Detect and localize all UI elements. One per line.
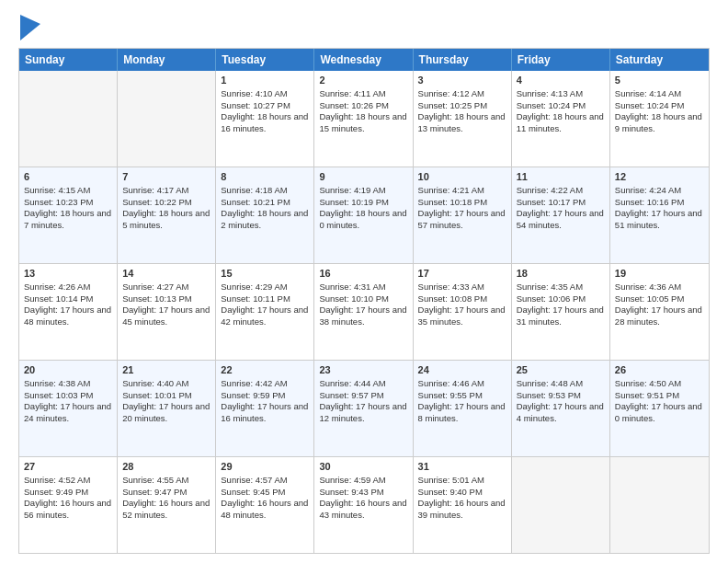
calendar-cell-empty (512, 457, 610, 553)
day-number: 24 (418, 363, 506, 377)
day-info: Sunset: 10:27 PM (221, 100, 309, 112)
calendar-row-4: 20Sunrise: 4:38 AMSunset: 10:03 PMDaylig… (19, 361, 709, 457)
day-info: Sunrise: 4:18 AM (221, 185, 309, 197)
day-info: Daylight: 17 hours and 38 minutes. (319, 304, 407, 328)
day-info: Sunset: 9:47 PM (122, 487, 210, 499)
day-number: 7 (122, 170, 210, 184)
calendar-cell-day-14: 14Sunrise: 4:27 AMSunset: 10:13 PMDaylig… (118, 264, 216, 360)
day-number: 12 (615, 170, 704, 184)
day-info: Sunset: 10:11 PM (221, 293, 309, 305)
header-day-sunday: Sunday (19, 49, 118, 71)
day-info: Sunset: 10:26 PM (319, 100, 407, 112)
day-info: Sunset: 9:49 PM (24, 487, 112, 499)
day-info: Daylight: 18 hours and 0 minutes. (319, 208, 407, 232)
day-info: Daylight: 17 hours and 8 minutes. (418, 401, 506, 425)
day-number: 27 (24, 460, 112, 474)
day-number: 19 (615, 267, 704, 281)
day-info: Daylight: 17 hours and 54 minutes. (517, 208, 605, 232)
day-info: Sunset: 10:23 PM (24, 197, 112, 209)
logo-icon (20, 15, 40, 40)
calendar-cell-day-28: 28Sunrise: 4:55 AMSunset: 9:47 PMDayligh… (118, 457, 216, 553)
calendar-cell-day-3: 3Sunrise: 4:12 AMSunset: 10:25 PMDayligh… (414, 71, 512, 167)
day-info: Sunrise: 4:14 AM (615, 88, 704, 100)
day-info: Sunset: 10:16 PM (615, 197, 704, 209)
day-info: Sunrise: 4:48 AM (517, 378, 605, 390)
day-number: 3 (418, 74, 506, 87)
svg-marker-0 (20, 15, 40, 40)
calendar-body: 1Sunrise: 4:10 AMSunset: 10:27 PMDayligh… (19, 71, 709, 553)
day-info: Sunset: 9:45 PM (221, 487, 309, 499)
day-info: Sunset: 10:01 PM (122, 390, 210, 402)
calendar-cell-day-26: 26Sunrise: 4:50 AMSunset: 9:51 PMDayligh… (610, 361, 709, 456)
day-info: Daylight: 16 hours and 56 minutes. (24, 498, 112, 522)
day-info: Sunrise: 4:29 AM (221, 282, 309, 293)
calendar-cell-day-25: 25Sunrise: 4:48 AMSunset: 9:53 PMDayligh… (512, 361, 610, 456)
day-info: Sunrise: 4:15 AM (24, 185, 112, 197)
day-number: 18 (517, 267, 605, 281)
header-day-monday: Monday (118, 49, 216, 71)
day-info: Daylight: 18 hours and 11 minutes. (517, 111, 605, 135)
header (18, 15, 710, 40)
day-info: Sunrise: 4:12 AM (418, 88, 506, 100)
day-info: Daylight: 17 hours and 16 minutes. (221, 401, 309, 425)
day-info: Sunset: 10:21 PM (221, 197, 309, 209)
calendar-cell-day-12: 12Sunrise: 4:24 AMSunset: 10:16 PMDaylig… (610, 167, 709, 263)
day-info: Sunset: 9:51 PM (615, 390, 704, 402)
calendar-cell-day-21: 21Sunrise: 4:40 AMSunset: 10:01 PMDaylig… (118, 361, 216, 456)
day-info: Sunrise: 4:59 AM (319, 475, 407, 487)
day-info: Daylight: 18 hours and 2 minutes. (221, 208, 309, 232)
calendar-cell-day-1: 1Sunrise: 4:10 AMSunset: 10:27 PMDayligh… (216, 71, 314, 167)
calendar-cell-day-22: 22Sunrise: 4:42 AMSunset: 9:59 PMDayligh… (216, 361, 314, 456)
day-number: 13 (24, 267, 112, 281)
calendar-cell-day-4: 4Sunrise: 4:13 AMSunset: 10:24 PMDayligh… (512, 71, 610, 167)
day-info: Sunset: 9:55 PM (418, 390, 506, 402)
day-info: Sunrise: 4:44 AM (319, 378, 407, 390)
day-number: 6 (24, 170, 112, 184)
day-number: 23 (319, 363, 407, 377)
day-info: Sunset: 10:06 PM (517, 293, 605, 305)
day-info: Sunrise: 4:35 AM (517, 282, 605, 293)
day-info: Sunset: 10:18 PM (418, 197, 506, 209)
day-number: 14 (122, 267, 210, 281)
day-info: Sunset: 9:40 PM (418, 487, 506, 499)
calendar-cell-empty (19, 71, 118, 167)
calendar-cell-day-20: 20Sunrise: 4:38 AMSunset: 10:03 PMDaylig… (19, 361, 118, 456)
calendar-cell-empty (610, 457, 709, 553)
day-info: Sunrise: 4:27 AM (122, 282, 210, 293)
day-info: Sunrise: 4:19 AM (319, 185, 407, 197)
day-info: Sunrise: 4:50 AM (615, 378, 704, 390)
day-info: Sunrise: 4:24 AM (615, 185, 704, 197)
day-info: Daylight: 18 hours and 7 minutes. (24, 208, 112, 232)
day-info: Sunrise: 4:52 AM (24, 475, 112, 487)
day-info: Sunset: 10:22 PM (122, 197, 210, 209)
day-info: Daylight: 17 hours and 28 minutes. (615, 304, 704, 328)
calendar-cell-day-10: 10Sunrise: 4:21 AMSunset: 10:18 PMDaylig… (414, 167, 512, 263)
day-info: Sunrise: 4:55 AM (122, 475, 210, 487)
day-info: Sunrise: 4:36 AM (615, 282, 704, 293)
header-day-thursday: Thursday (414, 49, 512, 71)
day-info: Sunrise: 4:11 AM (319, 88, 407, 100)
day-number: 26 (615, 363, 704, 377)
day-info: Daylight: 17 hours and 57 minutes. (418, 208, 506, 232)
calendar-cell-day-16: 16Sunrise: 4:31 AMSunset: 10:10 PMDaylig… (314, 264, 413, 360)
calendar-cell-day-29: 29Sunrise: 4:57 AMSunset: 9:45 PMDayligh… (216, 457, 314, 553)
day-number: 15 (221, 267, 309, 281)
calendar-row-2: 6Sunrise: 4:15 AMSunset: 10:23 PMDayligh… (19, 167, 709, 264)
calendar-cell-day-23: 23Sunrise: 4:44 AMSunset: 9:57 PMDayligh… (314, 361, 413, 456)
day-number: 1 (221, 74, 309, 87)
calendar-cell-day-11: 11Sunrise: 4:22 AMSunset: 10:17 PMDaylig… (512, 167, 610, 263)
day-info: Sunrise: 4:17 AM (122, 185, 210, 197)
day-info: Sunset: 10:03 PM (24, 390, 112, 402)
day-info: Sunrise: 4:33 AM (418, 282, 506, 293)
day-info: Sunrise: 4:38 AM (24, 378, 112, 390)
calendar-cell-day-30: 30Sunrise: 4:59 AMSunset: 9:43 PMDayligh… (314, 457, 413, 553)
day-info: Sunset: 10:24 PM (615, 100, 704, 112)
day-number: 31 (418, 460, 506, 474)
calendar-cell-day-9: 9Sunrise: 4:19 AMSunset: 10:19 PMDayligh… (314, 167, 413, 263)
day-info: Sunrise: 4:57 AM (221, 475, 309, 487)
calendar-cell-day-8: 8Sunrise: 4:18 AMSunset: 10:21 PMDayligh… (216, 167, 314, 263)
day-info: Sunrise: 4:40 AM (122, 378, 210, 390)
day-number: 20 (24, 363, 112, 377)
day-info: Daylight: 17 hours and 35 minutes. (418, 304, 506, 328)
calendar-cell-day-31: 31Sunrise: 5:01 AMSunset: 9:40 PMDayligh… (414, 457, 512, 553)
